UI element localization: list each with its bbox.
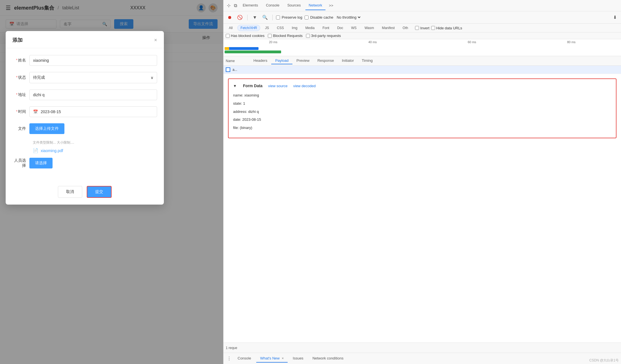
clear-button[interactable]: 🚫 — [236, 14, 244, 21]
timeline-bar-yellow — [225, 47, 229, 50]
submit-button[interactable]: 提交 — [87, 186, 112, 198]
nav-more-icon[interactable]: >> — [327, 2, 335, 9]
blocked-requests-checkbox[interactable] — [268, 34, 272, 38]
fd-key-name: name: — [233, 93, 243, 97]
net-table-header: Name Headers Payload Preview Response In… — [223, 56, 621, 66]
fd-row-name: name: xiaoming — [233, 93, 611, 98]
blocked-cookies-label: Has blocked cookies — [231, 34, 264, 38]
invert-checkbox[interactable] — [415, 26, 419, 30]
filter-ws[interactable]: WS — [348, 25, 360, 31]
filter-doc[interactable]: Doc — [334, 25, 346, 31]
blocked-cookies-checkbox[interactable] — [226, 34, 230, 38]
filter-img[interactable]: Img — [289, 25, 301, 31]
tab-payload[interactable]: Payload — [271, 57, 292, 64]
preserve-log-label: Preserve log — [282, 15, 302, 19]
bottom-tab-issues[interactable]: Issues — [289, 354, 307, 363]
view-source-link[interactable]: view source — [268, 84, 288, 88]
blocked-requests-group: Blocked Requests — [268, 34, 303, 38]
timeline-bar-green — [225, 51, 281, 53]
dialog-body: *姓名 *状态 待完成 ∨ *地址 — [6, 48, 164, 181]
personnel-button[interactable]: 请选择 — [29, 158, 53, 168]
name-field[interactable] — [29, 55, 157, 66]
view-decoded-link[interactable]: view decoded — [293, 84, 316, 88]
name-label: *姓名 — [12, 58, 29, 63]
required-star-state: * — [16, 75, 18, 80]
upload-button[interactable]: 选择上传文件 — [29, 123, 64, 134]
bottom-menu-icon[interactable]: ⋮ — [226, 355, 233, 362]
cancel-button[interactable]: 取消 — [58, 186, 82, 198]
filter-other[interactable]: Oth — [399, 25, 411, 31]
fd-row-file: file: (binary) — [233, 125, 611, 131]
third-party-checkbox[interactable] — [306, 34, 310, 38]
blocked-requests-label: Blocked Requests — [273, 34, 303, 38]
toolbar-divider2 — [272, 15, 273, 20]
date-field[interactable]: 📅 2023-08-15 — [29, 106, 157, 117]
filter-js[interactable]: JS — [262, 25, 272, 31]
third-party-group: 3rd-party requests — [306, 34, 341, 38]
required-star-time: * — [16, 109, 18, 114]
bottom-tab-console[interactable]: Console — [234, 354, 255, 363]
whats-new-close[interactable]: × — [282, 356, 284, 360]
file-item: 📄 xiaoming.pdf — [33, 148, 157, 153]
net-row[interactable]: a... — [223, 66, 621, 74]
filter-manifest[interactable]: Manifest — [379, 25, 398, 31]
timeline-labels: 20 ms 40 ms 60 ms 80 ms — [223, 39, 621, 45]
filter-media[interactable]: Media — [302, 25, 318, 31]
fd-row-state: state: 1 — [233, 101, 611, 107]
form-item-file: 文件 选择上传文件 — [12, 123, 157, 134]
search-button[interactable]: 🔍 — [261, 14, 269, 21]
form-item-personnel: 人员选择 请选择 — [12, 158, 157, 168]
disable-cache-label: Disable cache — [310, 15, 333, 19]
hide-urls-checkbox[interactable] — [431, 26, 435, 30]
nav-sources[interactable]: Sources — [284, 1, 304, 10]
tab-headers[interactable]: Headers — [249, 57, 271, 64]
devtools-bottom-tabs: ⋮ Console What's New × Issues Network co… — [223, 353, 621, 364]
form-item-addr: *地址 — [12, 89, 157, 100]
filter-font[interactable]: Font — [319, 25, 332, 31]
filter-fetch-xhr[interactable]: Fetch/XHR — [237, 25, 260, 31]
cursor-icon[interactable]: ⊹ — [226, 2, 232, 9]
tab-timing[interactable]: Timing — [358, 57, 377, 64]
preserve-log-checkbox[interactable] — [276, 16, 280, 19]
filter-css[interactable]: CSS — [274, 25, 287, 31]
file-hint: 文件类型限制... 大小限制.... — [33, 140, 157, 145]
download-icon[interactable]: ⬇ — [611, 14, 619, 21]
required-star-addr: * — [16, 92, 18, 97]
file-link[interactable]: xiaoming.pdf — [41, 148, 63, 153]
record-button[interactable]: ⏺ — [226, 14, 234, 21]
fd-value-name-val: xiaoming — [244, 93, 259, 97]
col-name-header: Name — [226, 59, 243, 63]
fd-value-state: 1 — [243, 101, 245, 106]
nav-console[interactable]: Console — [262, 1, 283, 10]
chevron-down-icon: ∨ — [151, 75, 153, 80]
addr-field[interactable] — [29, 89, 157, 100]
watermark: CSDN @大白录1号 — [589, 358, 619, 363]
state-select[interactable]: 待完成 ∨ — [29, 72, 157, 83]
file-label: 文件 — [12, 126, 29, 131]
fd-key-state: state: — [233, 101, 242, 106]
bottom-tab-network-conditions[interactable]: Network conditions — [309, 354, 348, 363]
inspect-icon[interactable]: ⧉ — [233, 2, 238, 9]
throttling-select[interactable]: No throttling — [336, 15, 361, 20]
fd-value-date: 2023-08-15 — [242, 117, 261, 122]
app-panel: ☰ elementPlus集合 / tableList XXXXX 👤 🎨 📅 … — [0, 0, 223, 364]
net-row-checkbox[interactable] — [226, 67, 230, 72]
tab-preview[interactable]: Preview — [292, 57, 313, 64]
devtools-nav: ⊹ ⧉ Elements Console Sources Network >> — [223, 0, 621, 11]
tab-initiator[interactable]: Initiator — [338, 57, 358, 64]
nav-elements[interactable]: Elements — [239, 1, 261, 10]
bottom-tab-whats-new[interactable]: What's New × — [256, 354, 288, 363]
filter-funnel-icon[interactable]: ▼ — [251, 14, 259, 21]
filter-wasm[interactable]: Wasm — [361, 25, 377, 31]
disable-cache-checkbox[interactable] — [305, 16, 309, 19]
form-item-state: *状态 待完成 ∨ — [12, 72, 157, 83]
form-data-section: ▼ Form Data view source view decoded nam… — [228, 78, 616, 138]
state-label: *状态 — [12, 75, 29, 80]
dialog-close-button[interactable]: × — [154, 37, 157, 43]
nav-network[interactable]: Network — [305, 1, 326, 10]
filter-all[interactable]: All — [226, 25, 236, 31]
blocked-cookies-group: Has blocked cookies — [226, 34, 264, 38]
tab-response[interactable]: Response — [313, 57, 338, 64]
request-count: 1 reque — [226, 346, 237, 350]
fd-key-address: address: — [233, 109, 247, 114]
